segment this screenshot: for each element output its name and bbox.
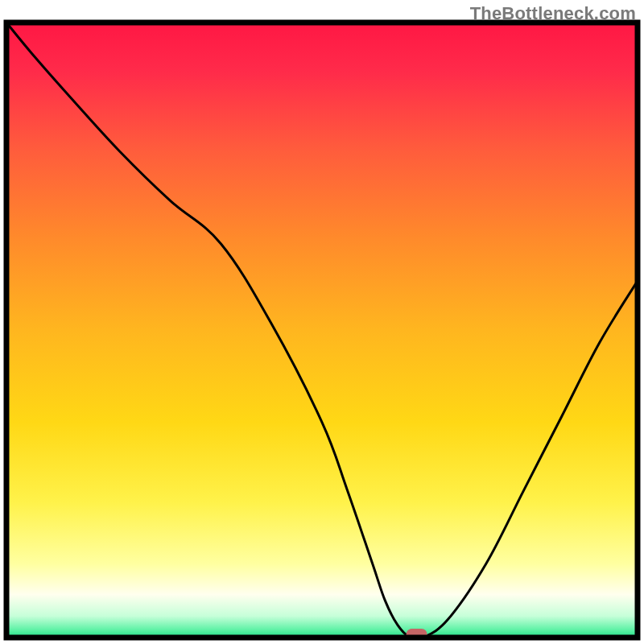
chart-background-gradient [6,23,638,638]
watermark-text: TheBottleneck.com [470,3,636,24]
bottleneck-chart [0,0,644,644]
